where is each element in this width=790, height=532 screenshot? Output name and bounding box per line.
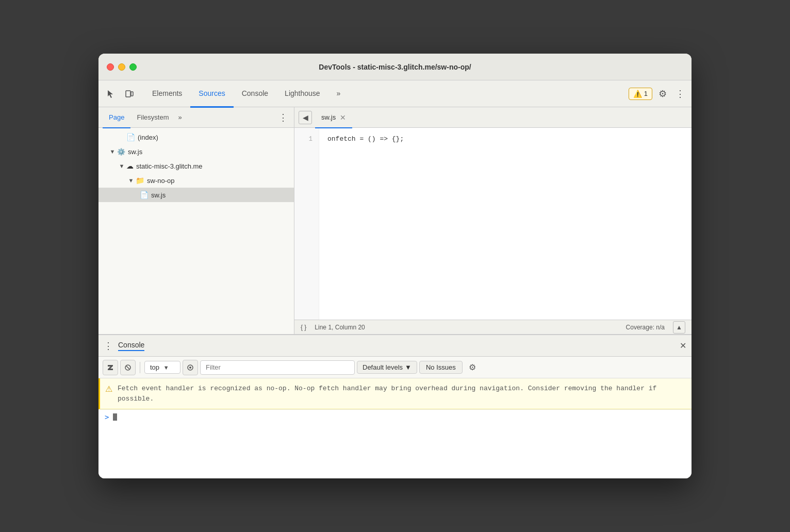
file-label-swjs: sw.js [151,191,166,199]
file-label-index: (index) [138,134,158,141]
console-header: ⋮ Console ✕ [98,335,692,357]
default-levels-label: Default levels [363,363,403,371]
top-label: top [150,363,159,371]
filter-input[interactable] [200,360,355,375]
status-bar: { } Line 1, Column 20 Coverage: n/a ▲ [294,320,692,334]
tab-console[interactable]: Console [234,81,276,108]
arrow-folder: ▼ [126,177,136,184]
tab-page[interactable]: Page [103,108,130,128]
console-close-button[interactable]: ✕ [680,341,686,351]
console-tab-title[interactable]: Console [118,341,144,351]
levels-dropdown-arrow: ▼ [405,363,412,371]
main-content: Page Filesystem » ⋮ 📄 (index) [98,107,692,334]
console-settings-button[interactable]: ⚙ [465,360,480,375]
no-issues-label: No Issues [426,363,456,371]
more-options-button[interactable]: ⋮ [673,87,687,101]
cursor-position: Line 1, Column 20 [310,324,621,331]
console-prompt: > [105,413,109,421]
warning-triangle-icon: ⚠ [105,384,112,394]
file-item-swjs[interactable]: 📄 sw.js [98,188,294,202]
bottom-panel: ⋮ Console ✕ top ▼ [98,334,692,478]
editor-back-nav[interactable]: ◀ [299,111,312,124]
folder-icon: 📁 [136,176,144,185]
editor-tabs: ◀ sw.js ✕ [294,107,692,128]
file-label-domain: static-misc-3.glitch.me [136,162,203,170]
panel-menu-button[interactable]: ⋮ [276,112,290,123]
traffic-lights [107,63,137,71]
log-levels-button[interactable]: Default levels ▼ [357,361,417,374]
context-dropdown-arrow: ▼ [161,364,171,371]
context-selector[interactable]: top ▼ [144,361,180,374]
clear-console-button[interactable] [103,360,118,375]
svg-line-4 [126,366,129,369]
file-item-index[interactable]: 📄 (index) [98,130,294,144]
tab-more-panels[interactable]: » [175,113,185,121]
right-panel: ◀ sw.js ✕ 1 onfetch = () => {}; { } Line… [294,107,692,334]
clear-messages-button[interactable] [120,360,136,375]
file-tree: 📄 (index) ▼ ⚙️ sw.js [98,128,294,334]
settings-button[interactable]: ⚙ [655,87,670,101]
main-toolbar: Elements Sources Console Lighthouse » ⚠️… [98,80,692,107]
cloud-icon-domain: ☁ [126,162,134,170]
js-file-icon: 📄 [140,191,149,199]
console-toolbar: top ▼ Default levels ▼ No Issues ⚙ [98,357,692,378]
zoom-button[interactable] [129,63,137,71]
tab-more[interactable]: » [328,81,349,108]
editor-file-name: sw.js [321,113,336,121]
watch-expressions-button[interactable] [183,360,198,375]
svg-rect-1 [131,92,133,96]
tab-filesystem[interactable]: Filesystem [130,108,175,128]
title-bar: DevTools - static-misc-3.glitch.me/sw-no… [98,54,692,80]
console-warning-message: ⚠ Fetch event handler is recognized as n… [98,378,692,409]
file-icon-index: 📄 [126,133,135,141]
code-content[interactable]: onfetch = () => {}; [319,128,692,320]
file-item-domain[interactable]: ▼ ☁ static-misc-3.glitch.me [98,159,294,173]
tab-lighthouse[interactable]: Lighthouse [276,81,328,108]
warn-count: 1 [644,90,648,97]
svg-rect-0 [126,91,130,97]
svg-point-6 [189,367,191,369]
editor-file-tab[interactable]: sw.js ✕ [315,108,352,128]
status-up-button[interactable]: ▲ [673,321,685,334]
line-numbers: 1 [294,128,319,320]
code-area: 1 onfetch = () => {}; [294,128,692,320]
coverage-status: Coverage: n/a [626,324,665,331]
select-element-button[interactable] [103,86,119,102]
svg-marker-2 [108,365,113,370]
console-messages: ⚠ Fetch event handler is recognized as n… [98,378,692,478]
arrow-swjs-root: ▼ [108,148,117,155]
warnings-badge[interactable]: ⚠️ 1 [629,88,652,100]
file-icon-swjs-root: ⚙️ [117,148,125,156]
window-title: DevTools - static-misc-3.glitch.me/sw-no… [319,63,471,71]
device-toolbar-button[interactable] [121,86,138,102]
devtools-window: DevTools - static-misc-3.glitch.me/sw-no… [98,54,692,478]
console-input-line: > [98,409,692,424]
braces-icon: { } [301,324,306,331]
tab-sources[interactable]: Sources [190,81,233,108]
format-button[interactable]: { } [301,324,306,331]
file-item-swjs-root[interactable]: ▼ ⚙️ sw.js [98,144,294,159]
close-button[interactable] [107,63,114,71]
line-number-1: 1 [294,134,319,144]
left-panel: Page Filesystem » ⋮ 📄 (index) [98,107,294,334]
file-label-swjs-root: sw.js [128,148,142,156]
arrow-domain: ▼ [117,163,126,169]
tab-elements[interactable]: Elements [144,81,190,108]
toolbar-right: ⚠️ 1 ⚙ ⋮ [629,87,687,101]
minimize-button[interactable] [118,63,125,71]
warning-text: Fetch event handler is recognized as no-… [118,384,685,404]
console-cursor[interactable] [113,413,117,421]
toolbar-tabs: Elements Sources Console Lighthouse » [144,80,349,107]
no-issues-button[interactable]: No Issues [419,361,463,374]
file-label-folder: sw-no-op [147,177,174,185]
file-item-folder[interactable]: ▼ 📁 sw-no-op [98,173,294,188]
panel-tabs: Page Filesystem » ⋮ [98,107,294,128]
editor-close-tab[interactable]: ✕ [340,113,346,122]
warning-icon: ⚠️ [633,90,642,98]
toolbar-separator [140,362,140,373]
console-menu-button[interactable]: ⋮ [104,340,113,352]
